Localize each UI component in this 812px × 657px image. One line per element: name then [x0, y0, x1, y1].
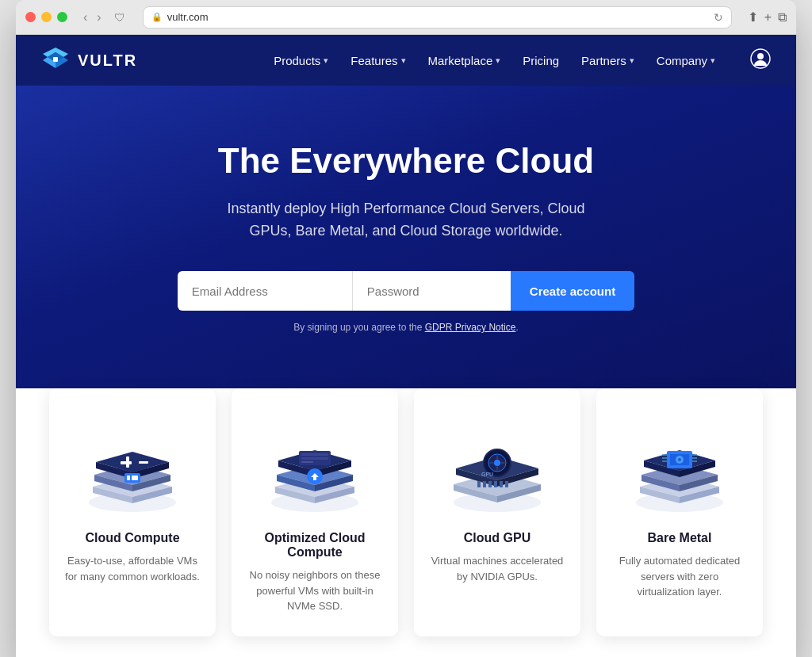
logo-text: VULTR [78, 52, 137, 70]
logo[interactable]: VULTR [41, 46, 137, 74]
cloud-gpu-title: Cloud GPU [430, 531, 565, 545]
nav-pricing[interactable]: Pricing [523, 54, 559, 67]
user-account-icon[interactable] [750, 48, 771, 73]
svg-rect-28 [488, 481, 492, 487]
back-button[interactable]: ‹ [80, 9, 90, 26]
svg-point-6 [757, 53, 764, 59]
hero-title: The Everywhere Cloud [41, 141, 771, 181]
lock-icon: 🔒 [151, 12, 163, 22]
svg-rect-4 [53, 57, 58, 62]
nav-company[interactable]: Company ▾ [657, 54, 715, 67]
windows-button[interactable]: ⧉ [778, 10, 787, 25]
nav-marketplace[interactable]: Marketplace ▾ [428, 54, 501, 67]
svg-rect-29 [494, 481, 497, 487]
svg-rect-16 [301, 453, 328, 456]
svg-rect-18 [301, 461, 313, 463]
nav-partners[interactable]: Partners ▾ [581, 54, 634, 67]
svg-text:GPU: GPU [481, 472, 493, 477]
svg-rect-10 [139, 461, 148, 464]
nav-features[interactable]: Features ▾ [350, 54, 405, 67]
page-content: VULTR Products ▾ Features ▾ Marketplace … [16, 35, 796, 657]
cloud-gpu-desc: Virtual machines accelerated by NVIDIA G… [430, 553, 565, 584]
partners-chevron-icon: ▾ [630, 55, 634, 66]
nav-partners-label: Partners [581, 54, 626, 67]
nav-pricing-label: Pricing [523, 54, 559, 67]
maximize-button[interactable] [57, 12, 67, 22]
minimize-button[interactable] [41, 12, 52, 22]
company-chevron-icon: ▾ [710, 55, 715, 66]
password-input[interactable] [352, 271, 511, 311]
svg-point-36 [678, 458, 681, 461]
cloud-compute-illustration [65, 407, 200, 518]
traffic-lights [25, 12, 67, 22]
bare-metal-desc: Fully automated dedicated servers with z… [612, 553, 747, 600]
signup-form: Create account [41, 271, 771, 311]
nav-products[interactable]: Products ▾ [274, 54, 328, 67]
browser-actions: ⬆ + ⧉ [748, 10, 787, 25]
privacy-notice: By signing up you agree to the GDPR Priv… [41, 322, 771, 333]
bare-metal-title: Bare Metal [612, 531, 747, 545]
svg-rect-13 [132, 476, 138, 480]
card-bare-metal: Bare Metal Fully automated dedicated ser… [596, 388, 763, 636]
share-button[interactable]: ⬆ [748, 10, 758, 25]
svg-rect-17 [301, 457, 328, 460]
nav-marketplace-label: Marketplace [428, 54, 493, 67]
main-nav: VULTR Products ▾ Features ▾ Marketplace … [16, 35, 796, 86]
gdpr-link[interactable]: GDPR Privacy Notice [425, 322, 516, 333]
cloud-compute-desc: Easy-to-use, affordable VMs for many com… [65, 553, 200, 584]
product-cards: Cloud Compute Easy-to-use, affordable VM… [16, 388, 796, 657]
security-icon: 🛡 [114, 11, 127, 24]
card-cloud-gpu: GPU Cloud GPU Virtual machines accelerat… [414, 388, 580, 636]
create-account-button[interactable]: Create account [511, 271, 634, 311]
logo-icon [41, 46, 70, 74]
svg-rect-9 [121, 461, 132, 464]
svg-rect-31 [505, 481, 508, 487]
svg-rect-12 [127, 476, 130, 480]
cloud-compute-title: Cloud Compute [65, 531, 200, 545]
hero-subtitle: Instantly deploy High Performance Cloud … [216, 197, 596, 243]
marketplace-chevron-icon: ▾ [496, 55, 500, 66]
url-text: vultr.com [167, 11, 209, 23]
cloud-gpu-illustration: GPU [430, 407, 565, 518]
address-bar[interactable]: 🔒 vultr.com ↻ [143, 6, 732, 29]
forward-button[interactable]: › [94, 9, 104, 26]
refresh-icon[interactable]: ↻ [714, 11, 723, 24]
new-tab-button[interactable]: + [764, 10, 772, 25]
hero-section: The Everywhere Cloud Instantly deploy Hi… [16, 86, 796, 396]
optimized-cloud-compute-desc: No noisy neighbors on these powerful VMs… [247, 567, 382, 614]
browser-nav: ‹ › [80, 9, 105, 26]
svg-rect-26 [477, 481, 481, 487]
browser-titlebar: ‹ › 🛡 🔒 vultr.com ↻ ⬆ + ⧉ [16, 0, 796, 35]
svg-rect-27 [483, 481, 486, 487]
products-chevron-icon: ▾ [324, 55, 328, 66]
optimized-cloud-compute-title: Optimized Cloud Compute [247, 531, 382, 560]
email-input[interactable] [178, 271, 352, 311]
svg-point-24 [494, 460, 500, 466]
nav-features-label: Features [350, 54, 397, 67]
optimized-cloud-compute-illustration [247, 407, 382, 518]
nav-company-label: Company [657, 54, 707, 67]
svg-rect-30 [500, 481, 503, 487]
browser-window: ‹ › 🛡 🔒 vultr.com ↻ ⬆ + ⧉ [16, 0, 796, 657]
close-button[interactable] [25, 12, 36, 22]
features-chevron-icon: ▾ [401, 55, 406, 66]
card-cloud-compute: Cloud Compute Easy-to-use, affordable VM… [49, 388, 216, 636]
nav-products-label: Products [274, 54, 320, 67]
card-optimized-cloud-compute: Optimized Cloud Compute No noisy neighbo… [232, 388, 398, 636]
nav-links: Products ▾ Features ▾ Marketplace ▾ Pric… [274, 48, 771, 73]
bare-metal-illustration [612, 407, 747, 518]
